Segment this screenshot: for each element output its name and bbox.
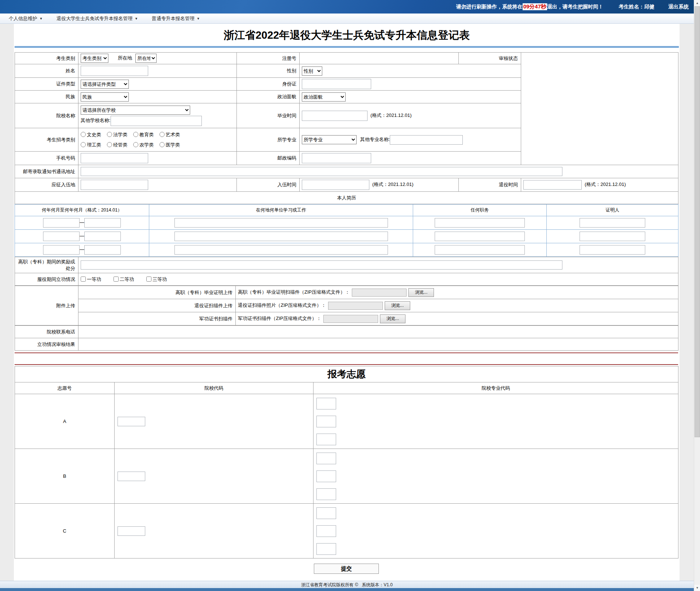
- attachment-retire-browse-button[interactable]: 浏览...: [385, 301, 410, 310]
- checkbox-input[interactable]: [81, 277, 86, 282]
- resume-end-input[interactable]: [84, 245, 121, 255]
- resume-position-input[interactable]: [435, 232, 525, 241]
- page: 请勿进行刷新操作，系统将在09分47秒退出，请考生把握时间！ 考生姓名：邱健 退…: [0, 0, 700, 591]
- major-code-input-a1[interactable]: [316, 398, 336, 409]
- major-code-input-a3[interactable]: [316, 434, 336, 445]
- attachment-grad-browse-button[interactable]: 浏览...: [408, 288, 434, 297]
- scroll-down-arrow-icon[interactable]: ▼: [694, 585, 700, 591]
- major-select[interactable]: 所学专业: [302, 135, 357, 144]
- attachment-retire-cell: 退役证扫描件照片（ZIP压缩格式文件）：浏览...: [236, 299, 678, 312]
- logout-button[interactable]: 退出系统: [668, 4, 689, 10]
- radio-input[interactable]: [159, 142, 165, 147]
- radio-jiaoyu[interactable]: 教育类: [133, 132, 154, 137]
- submit-row: 提交: [15, 564, 678, 574]
- checkbox-first-class-merit[interactable]: 一等功: [81, 277, 101, 282]
- id-card-input[interactable]: [302, 79, 371, 89]
- radio-yishu[interactable]: 艺术类: [159, 132, 180, 137]
- submit-button[interactable]: 提交: [314, 564, 379, 574]
- radio-input[interactable]: [133, 142, 138, 147]
- resume-end-input[interactable]: [84, 232, 121, 241]
- id-type-select[interactable]: 请选择证件类型: [81, 80, 129, 89]
- menu-label: 普通专升本报名管理: [152, 15, 195, 22]
- resume-witness-input[interactable]: [580, 245, 645, 255]
- radio-yixue[interactable]: 医学类: [159, 142, 180, 148]
- attachment-medal-file-field[interactable]: [323, 315, 378, 323]
- radio-nongxue[interactable]: 农学类: [133, 142, 154, 148]
- menu-general-registration[interactable]: 普通专升本报名管理 ▼: [152, 15, 200, 22]
- checkbox-input[interactable]: [114, 277, 119, 282]
- college-code-input-b[interactable]: [118, 472, 145, 481]
- resume-start-input[interactable]: [43, 232, 80, 241]
- footer-bar: [0, 588, 694, 591]
- checkbox-third-class-merit[interactable]: 三等功: [146, 277, 167, 282]
- checkbox-input[interactable]: [146, 277, 151, 282]
- checkbox-second-class-merit[interactable]: 二等功: [114, 277, 134, 282]
- name-cell: [78, 64, 237, 78]
- college-code-input-c[interactable]: [118, 526, 145, 536]
- location-select[interactable]: 所在地: [135, 54, 157, 63]
- award-label: 高职（专科）期间的奖励或处分: [15, 257, 78, 273]
- retire-time-input[interactable]: [523, 180, 582, 190]
- resume-period-cell: —: [15, 243, 149, 257]
- resume-end-input[interactable]: [84, 218, 121, 228]
- scroll-up-arrow-icon[interactable]: ▲: [694, 0, 700, 6]
- radio-input[interactable]: [159, 132, 165, 137]
- resume-table: 何年何月至何年何月（格式：2014.01） 在何地何单位学习或工作 任何职务 证…: [15, 204, 678, 257]
- resume-place-input[interactable]: [174, 218, 388, 228]
- major-code-input-b2[interactable]: [316, 470, 336, 482]
- major-code-input-b1[interactable]: [316, 453, 336, 464]
- radio-input[interactable]: [81, 132, 86, 137]
- college-code-input-a[interactable]: [118, 417, 145, 426]
- attachment-grad-file-field[interactable]: [352, 289, 407, 297]
- major-code-input-a2[interactable]: [316, 416, 336, 427]
- phone-input[interactable]: [81, 153, 148, 163]
- radio-wenshi[interactable]: 文史类: [81, 132, 101, 137]
- attachment-medal-browse-button[interactable]: 浏览...: [380, 314, 405, 323]
- resume-witness-input[interactable]: [580, 218, 645, 228]
- resume-position-input[interactable]: [435, 245, 525, 255]
- radio-input[interactable]: [107, 142, 112, 147]
- radio-faxue[interactable]: 法学类: [107, 132, 127, 137]
- radio-input[interactable]: [133, 132, 138, 137]
- grad-time-input[interactable]: [302, 111, 368, 121]
- award-input[interactable]: [81, 260, 562, 270]
- vertical-scrollbar[interactable]: ▲ ▼: [694, 0, 700, 591]
- name-input[interactable]: [81, 66, 148, 76]
- ethnicity-select[interactable]: 民族: [81, 92, 129, 102]
- other-school-input[interactable]: [111, 116, 202, 126]
- major-code-input-c1[interactable]: [316, 507, 336, 519]
- school-select[interactable]: 请选择所在学校: [81, 106, 190, 115]
- major-code-input-c3[interactable]: [316, 543, 336, 555]
- political-select[interactable]: 政治面貌: [302, 92, 346, 102]
- other-major-input[interactable]: [390, 135, 463, 145]
- gender-select[interactable]: 性别: [302, 66, 322, 76]
- attachment-retire-file-field[interactable]: [328, 302, 383, 310]
- mail-address-label: 邮寄录取通知书通讯地址: [15, 165, 78, 178]
- resume-place-input[interactable]: [174, 245, 388, 255]
- resume-position-cell: [413, 216, 547, 230]
- radio-input[interactable]: [81, 142, 86, 147]
- menu-veteran-registration[interactable]: 退役大学生士兵免试专升本报名管理 ▼: [57, 15, 138, 22]
- major-code-input-c2[interactable]: [316, 525, 336, 537]
- menu-personal-info[interactable]: 个人信息维护 ▼: [9, 15, 43, 22]
- candidate-type-select[interactable]: 考生类别: [81, 54, 108, 63]
- resume-place-input[interactable]: [174, 232, 388, 241]
- resume-position-input[interactable]: [435, 218, 525, 228]
- scrollbar-thumb[interactable]: [695, 6, 700, 437]
- major-code-input-b3[interactable]: [316, 488, 336, 500]
- mail-address-input[interactable]: [81, 167, 562, 176]
- resume-start-input[interactable]: [43, 218, 80, 228]
- radio-input[interactable]: [107, 132, 112, 137]
- resume-witness-input[interactable]: [580, 232, 645, 241]
- resume-place-cell: [149, 243, 413, 257]
- enlist-place-input[interactable]: [81, 180, 148, 190]
- resume-start-input[interactable]: [43, 245, 80, 255]
- radio-ligong[interactable]: 理工类: [81, 142, 101, 148]
- radio-jingguan[interactable]: 经管类: [107, 142, 127, 148]
- register-no-value: [300, 53, 459, 64]
- postcode-input[interactable]: [302, 153, 371, 163]
- enlist-time-input[interactable]: [302, 180, 369, 190]
- basic-info-table: 考生类别 考生类别 所在地 所在地 注册号 审核状态 姓名 性别: [15, 52, 678, 204]
- grad-time-format-hint: (格式：2021.12.01): [370, 113, 412, 118]
- preference-header-college-code: 院校代码: [115, 382, 314, 394]
